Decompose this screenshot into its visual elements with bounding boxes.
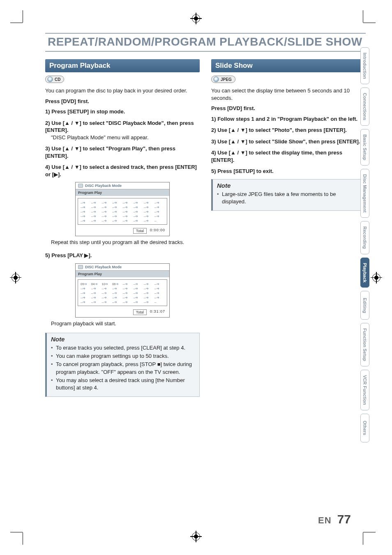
step-text: 1) Press [SETUP] in stop mode. bbox=[45, 108, 200, 115]
left-column: Program Playback CD You can program the … bbox=[45, 59, 200, 397]
total-label: Total bbox=[133, 309, 147, 315]
osd-screenshot-1: DISC Playback Mode Program Play --➔--➔--… bbox=[75, 182, 170, 236]
step-text: 1) Follow steps 1 and 2 in "Program Play… bbox=[211, 115, 366, 123]
tab-disc-management[interactable]: Disc Management bbox=[360, 169, 369, 218]
registration-mark-top bbox=[192, 14, 200, 23]
step-text: 3) Use [▲ / ▼] to select "Program Play",… bbox=[45, 145, 200, 159]
press-dvd-first: Press [DVD] first. bbox=[45, 98, 200, 105]
total-value: 0:31:07 bbox=[150, 309, 165, 315]
note-box-left: Note To erase tracks you selected, press… bbox=[45, 333, 200, 397]
osd-body: --➔--➔--➔--➔--➔--➔--➔--➔ --➔--➔--➔--➔--➔… bbox=[78, 198, 167, 225]
footer-page-number: 77 bbox=[337, 512, 351, 526]
cell: 09➔ bbox=[81, 282, 91, 286]
caption-repeat-step: Repeat this step until you program all t… bbox=[51, 239, 200, 246]
step-text: 3) Use [▲ / ▼] to select "Slide Show", t… bbox=[211, 138, 366, 145]
cd-badge: CD bbox=[45, 76, 64, 83]
intro-text: You can select the display time between … bbox=[211, 87, 366, 101]
window-icon bbox=[78, 184, 83, 188]
step-2: 2) Use [▲ / ▼] to select "DISC Playback … bbox=[45, 120, 200, 141]
step-text: 2) Use [▲ / ▼] to select "Photo", then p… bbox=[211, 127, 366, 134]
step-3: 3) Use [▲ / ▼] to select "Slide Show", t… bbox=[211, 138, 366, 145]
registration-mark-left bbox=[12, 274, 20, 282]
osd-body: 09➔ 04➔ 10➔ 06➔ --➔--➔--➔--➔ --➔--➔--➔--… bbox=[78, 279, 167, 306]
footer-language: EN bbox=[318, 515, 332, 526]
tab-introduction[interactable]: Introduction bbox=[360, 47, 369, 84]
cell: 04➔ bbox=[91, 282, 101, 286]
step-text: 5) Press [PLAY ▶]. bbox=[45, 252, 200, 259]
disc-icon bbox=[47, 76, 53, 82]
step-5: 5) Press [SETUP] to exit. bbox=[211, 168, 366, 175]
page-footer: EN 77 bbox=[318, 512, 351, 526]
step-text: 4) Use [▲ / ▼] to select a desired track… bbox=[45, 164, 200, 178]
caption-playback-start: Program playback will start. bbox=[51, 320, 200, 327]
osd-screenshot-2: DISC Playback Mode Program Play 09➔ 04➔ … bbox=[75, 263, 170, 318]
step-text: 4) Use [▲ / ▼] to select the display tim… bbox=[211, 149, 366, 164]
step-1: 1) Follow steps 1 and 2 in "Program Play… bbox=[211, 115, 366, 123]
program-grid-empty: --➔--➔--➔--➔--➔--➔--➔--➔ --➔--➔--➔--➔--➔… bbox=[81, 201, 164, 223]
osd-title: DISC Playback Mode bbox=[85, 265, 122, 269]
window-icon bbox=[78, 265, 83, 269]
intro-text: You can program the disc to play back in… bbox=[45, 87, 200, 94]
step-3: 3) Use [▲ / ▼] to select "Program Play",… bbox=[45, 145, 200, 159]
tab-connections[interactable]: Connections bbox=[360, 88, 369, 126]
total-value: 0:00:00 bbox=[150, 228, 165, 234]
crop-mark bbox=[351, 520, 363, 532]
page-title: REPEAT/RANDOM/PROGRAM PLAYBACK/SLIDE SHO… bbox=[45, 33, 366, 52]
section-heading-program-playback: Program Playback bbox=[45, 59, 200, 72]
osd-title: DISC Playback Mode bbox=[85, 184, 122, 188]
step-2: 2) Use [▲ / ▼] to select "Photo", then p… bbox=[211, 127, 366, 134]
crop-mark bbox=[23, 520, 35, 532]
badge-label: CD bbox=[55, 77, 60, 82]
press-dvd-first: Press [DVD] first. bbox=[211, 105, 366, 112]
tab-others[interactable]: Others bbox=[360, 414, 369, 442]
total-label: Total bbox=[133, 228, 147, 234]
note-item: Large-size JPEG files take a few moments… bbox=[217, 191, 361, 205]
jpeg-badge: JPEG bbox=[211, 76, 235, 83]
two-column-layout: Program Playback CD You can program the … bbox=[45, 59, 366, 397]
osd-title-bar: DISC Playback Mode bbox=[76, 182, 169, 189]
tab-vcr-function[interactable]: VCR Function bbox=[360, 370, 369, 410]
note-item: To erase tracks you selected, press [CLE… bbox=[51, 344, 195, 352]
note-title: Note bbox=[217, 182, 361, 189]
osd-subtitle: Program Play bbox=[76, 189, 169, 196]
note-item: You can make program settings up to 50 t… bbox=[51, 352, 195, 360]
tab-editing[interactable]: Editing bbox=[360, 291, 369, 320]
note-item: You may also select a desired track usin… bbox=[51, 377, 195, 391]
step-1: 1) Press [SETUP] in stop mode. bbox=[45, 108, 200, 115]
note-list: To erase tracks you selected, press [CLE… bbox=[51, 344, 195, 391]
note-box-right: Note Large-size JPEG files take a few mo… bbox=[211, 179, 366, 211]
manual-page: REPEAT/RANDOM/PROGRAM PLAYBACK/SLIDE SHO… bbox=[0, 0, 392, 555]
note-item: To cancel program playback, press [STOP … bbox=[51, 361, 195, 375]
step-head: 2) Use [▲ / ▼] to select "DISC Playback … bbox=[45, 120, 200, 134]
program-grid-filled: 09➔ 04➔ 10➔ 06➔ --➔--➔--➔--➔ --➔--➔--➔--… bbox=[81, 282, 164, 304]
step-text: 5) Press [SETUP] to exit. bbox=[211, 168, 366, 175]
note-list: Large-size JPEG files take a few moments… bbox=[217, 191, 361, 205]
step-5: 5) Press [PLAY ▶]. bbox=[45, 252, 200, 259]
right-column: Slide Show JPEG You can select the displ… bbox=[211, 59, 366, 397]
media-badge-row: CD bbox=[45, 76, 200, 84]
media-badge-row: JPEG bbox=[211, 76, 366, 84]
registration-mark-bottom bbox=[192, 532, 200, 541]
crop-mark bbox=[23, 23, 35, 35]
badge-label: JPEG bbox=[221, 77, 232, 82]
osd-title-bar: DISC Playback Mode bbox=[76, 264, 169, 271]
osd-total-row: Total 0:00:00 bbox=[76, 227, 169, 236]
tab-playback[interactable]: Playback bbox=[360, 258, 369, 288]
step-4: 4) Use [▲ / ▼] to select the display tim… bbox=[211, 149, 366, 164]
step-body: "DISC Playback Mode" menu will appear. bbox=[51, 134, 200, 141]
tab-recording[interactable]: Recording bbox=[360, 221, 369, 254]
osd-subtitle: Program Play bbox=[76, 271, 169, 277]
disc-icon bbox=[213, 76, 219, 82]
osd-total-row: Total 0:31:07 bbox=[76, 308, 169, 317]
step-4: 4) Use [▲ / ▼] to select a desired track… bbox=[45, 164, 200, 178]
cell: 10➔ bbox=[101, 282, 112, 286]
section-heading-slide-show: Slide Show bbox=[211, 59, 366, 72]
content-area: REPEAT/RANDOM/PROGRAM PLAYBACK/SLIDE SHO… bbox=[45, 33, 366, 397]
registration-mark-right bbox=[372, 274, 380, 282]
cell: 06➔ bbox=[112, 282, 122, 286]
side-tab-strip: Introduction Connections Basic Setup Dis… bbox=[360, 47, 369, 442]
tab-function-setup[interactable]: Function Setup bbox=[360, 323, 369, 366]
note-title: Note bbox=[51, 336, 195, 343]
tab-basic-setup[interactable]: Basic Setup bbox=[360, 129, 369, 166]
